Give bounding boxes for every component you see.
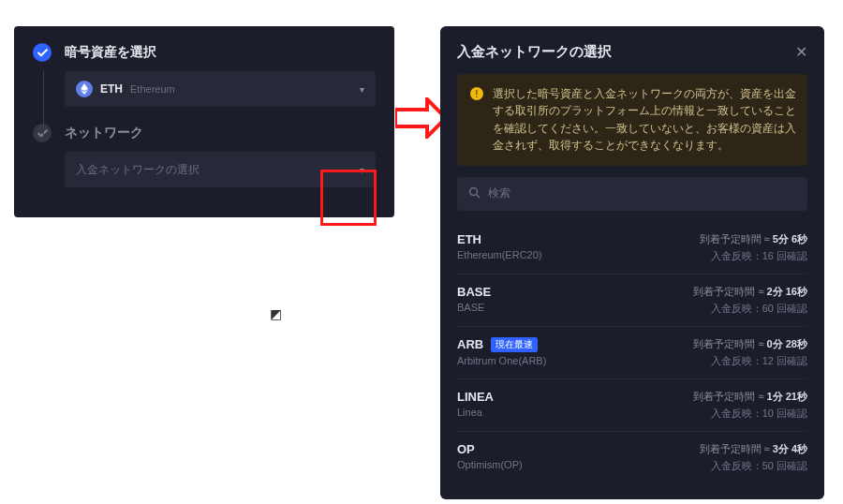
network-option-left: OPOptimism(OP)	[457, 442, 523, 470]
network-name: BASE	[457, 302, 491, 313]
check-icon	[37, 128, 48, 139]
step-1-row: 暗号資産を選択	[33, 43, 376, 62]
network-option-right: 到着予定時間 ≈ 1分 21秒入金反映：10 回確認	[693, 390, 807, 421]
asset-select-value: ETH Ethereum	[76, 81, 175, 97]
network-eta: 到着予定時間 ≈ 5分 6秒	[700, 232, 807, 246]
network-confirmations: 入金反映：16 回確認	[700, 249, 807, 263]
network-select[interactable]: 入金ネットワークの選択 ▾	[65, 152, 376, 187]
svg-line-3	[477, 194, 481, 198]
svg-rect-0	[395, 110, 427, 126]
network-option[interactable]: OPOptimism(OP)到着予定時間 ≈ 3分 4秒入金反映：50 回確認	[457, 431, 807, 483]
network-eta: 到着予定時間 ≈ 3分 4秒	[700, 442, 807, 456]
eth-icon	[76, 81, 93, 97]
network-confirmations: 入金反映：60 回確認	[693, 302, 807, 316]
step-2-indicator	[33, 124, 52, 142]
svg-point-2	[470, 187, 478, 195]
network-name: Linea	[457, 407, 494, 418]
check-icon	[37, 48, 48, 58]
asset-select[interactable]: ETH Ethereum ▾	[65, 71, 376, 107]
network-confirmations: 入金反映：12 回確認	[693, 354, 807, 368]
decorative-icon: ◩	[270, 306, 282, 321]
chevron-down-icon: ▾	[360, 84, 364, 95]
svg-rect-1	[423, 111, 431, 125]
network-symbol: ETH	[457, 232, 481, 246]
step-2-row: ネットワーク	[33, 124, 376, 142]
network-select-placeholder: 入金ネットワークの選択	[76, 162, 200, 178]
network-option[interactable]: LINEALinea到着予定時間 ≈ 1分 21秒入金反映：10 回確認	[457, 378, 807, 431]
network-option[interactable]: BASEBASE到着予定時間 ≈ 2分 16秒入金反映：60 回確認	[457, 274, 807, 326]
coin-name: Ethereum	[130, 83, 175, 95]
network-option-right: 到着予定時間 ≈ 0分 28秒入金反映：12 回確認	[693, 337, 807, 368]
network-option-right: 到着予定時間 ≈ 5分 6秒入金反映：16 回確認	[700, 232, 807, 263]
step-1-indicator	[33, 43, 52, 62]
network-list: ETHEthereum(ERC20)到着予定時間 ≈ 5分 6秒入金反映：16 …	[457, 222, 807, 483]
warning-icon: !	[470, 87, 483, 100]
chevron-down-icon: ▾	[360, 165, 364, 175]
network-option-left: ARB現在最速Arbitrum One(ARB)	[457, 337, 546, 366]
asset-selection-panel: 暗号資産を選択 ETH Ethereum ▾ ネットワーク 入金ネットワークの選…	[14, 26, 394, 217]
network-symbol: LINEA	[457, 390, 494, 404]
network-option[interactable]: ARB現在最速Arbitrum One(ARB)到着予定時間 ≈ 0分 28秒入…	[457, 326, 807, 378]
network-eta: 到着予定時間 ≈ 0分 28秒	[693, 337, 807, 351]
fastest-badge: 現在最速	[491, 337, 538, 352]
step-1-title: 暗号資産を選択	[65, 44, 156, 61]
network-option-right: 到着予定時間 ≈ 3分 4秒入金反映：50 回確認	[700, 442, 807, 473]
network-option[interactable]: ETHEthereum(ERC20)到着予定時間 ≈ 5分 6秒入金反映：16 …	[457, 222, 807, 274]
modal-header: 入金ネットワークの選択 ✕	[457, 43, 807, 61]
coin-symbol: ETH	[100, 82, 123, 96]
network-symbol: OP	[457, 442, 475, 456]
step-2-title: ネットワーク	[65, 125, 143, 141]
modal-title: 入金ネットワークの選択	[457, 43, 612, 61]
warning-banner: ! 選択した暗号資産と入金ネットワークの両方が、資産を出金する取引所のプラットフ…	[457, 74, 807, 166]
search-input[interactable]: 検索	[457, 177, 807, 211]
network-option-right: 到着予定時間 ≈ 2分 16秒入金反映：60 回確認	[693, 285, 807, 316]
network-eta: 到着予定時間 ≈ 1分 21秒	[693, 390, 807, 404]
network-name: Ethereum(ERC20)	[457, 249, 541, 260]
search-placeholder: 検索	[488, 185, 510, 201]
network-option-left: ETHEthereum(ERC20)	[457, 232, 541, 260]
network-name: Optimism(OP)	[457, 459, 523, 470]
close-icon[interactable]: ✕	[795, 43, 807, 61]
network-eta: 到着予定時間 ≈ 2分 16秒	[693, 285, 807, 299]
network-name: Arbitrum One(ARB)	[457, 355, 546, 366]
warning-text: 選択した暗号資産と入金ネットワークの両方が、資産を出金する取引所のプラットフォー…	[493, 85, 796, 155]
search-icon	[468, 186, 481, 201]
network-confirmations: 入金反映：10 回確認	[693, 407, 807, 421]
network-symbol: BASE	[457, 285, 491, 299]
network-confirmations: 入金反映：50 回確認	[700, 459, 807, 473]
network-symbol: ARB	[457, 337, 483, 351]
network-select-modal: 入金ネットワークの選択 ✕ ! 選択した暗号資産と入金ネットワークの両方が、資産…	[440, 26, 824, 499]
network-option-left: BASEBASE	[457, 285, 491, 313]
network-option-left: LINEALinea	[457, 390, 494, 418]
step-connector	[43, 71, 44, 137]
